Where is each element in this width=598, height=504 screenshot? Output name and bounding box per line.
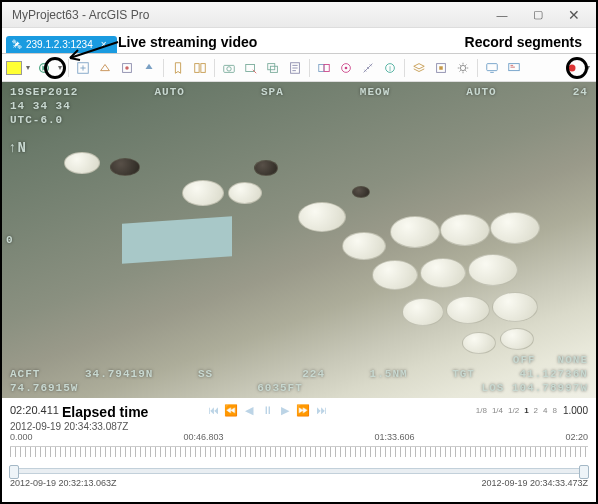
range-slider[interactable] bbox=[10, 468, 588, 474]
speed-value: 1.000 bbox=[563, 405, 588, 416]
close-button[interactable]: ✕ bbox=[556, 3, 592, 27]
play-button[interactable]: ▶ bbox=[278, 403, 292, 417]
skip-end-button[interactable]: ⏭ bbox=[314, 403, 328, 417]
ov-north-ind: 0 bbox=[6, 234, 14, 246]
annot-live: Live streaming video bbox=[118, 34, 257, 50]
display-button[interactable] bbox=[482, 58, 502, 78]
compass-icon: ↑N bbox=[8, 140, 27, 156]
current-utc: 2012-09-19 20:34:33.087Z bbox=[10, 421, 128, 432]
ov-ss: SS bbox=[198, 368, 213, 380]
color-swatch[interactable] bbox=[6, 61, 22, 75]
ov-sensor-lat: 34.79419N bbox=[85, 368, 153, 380]
ov-time: 14 34 34 bbox=[10, 100, 71, 112]
snapshot-button[interactable] bbox=[219, 58, 239, 78]
ov-acft: ACFT bbox=[10, 368, 40, 380]
ov-auto1: AUTO bbox=[154, 86, 184, 98]
properties-button[interactable] bbox=[431, 58, 451, 78]
ov-n24: 24 bbox=[573, 86, 588, 98]
skip-start-button[interactable]: ⏮ bbox=[206, 403, 220, 417]
timeline-ticks: 0.000 00:46.803 01:33.606 02:20 bbox=[10, 432, 588, 442]
playback-controls: ⏮ ⏪ ◀ ⏸ ▶ ⏩ ⏭ bbox=[206, 403, 328, 417]
export-frame-button[interactable] bbox=[241, 58, 261, 78]
svg-rect-20 bbox=[487, 63, 498, 70]
color-dropdown-icon[interactable]: ▾ bbox=[24, 63, 32, 72]
annot-arrow bbox=[62, 38, 122, 66]
annot-circle-record bbox=[566, 57, 588, 79]
ov-sensor-alt: 6035FT bbox=[257, 382, 303, 394]
settings-button[interactable] bbox=[453, 58, 473, 78]
annot-record: Record segments bbox=[465, 34, 582, 50]
ov-az: 224 bbox=[302, 368, 325, 380]
platform-button[interactable] bbox=[139, 58, 159, 78]
layers-button[interactable] bbox=[409, 58, 429, 78]
svg-rect-13 bbox=[324, 64, 329, 71]
svg-rect-12 bbox=[319, 64, 324, 71]
ov-utc: UTC-6.0 bbox=[10, 114, 63, 126]
ov-none: NONE bbox=[558, 354, 588, 366]
identify-button[interactable]: i bbox=[380, 58, 400, 78]
svg-point-7 bbox=[227, 66, 231, 70]
range-end-label: 2012-09-19 20:34:33.473Z bbox=[481, 478, 588, 488]
annot-elapsed: Elapsed time bbox=[62, 404, 148, 420]
overlay-button[interactable] bbox=[504, 58, 524, 78]
step-back-button[interactable]: ⏪ bbox=[224, 403, 238, 417]
ov-off: OFF bbox=[513, 354, 536, 366]
ov-los: LOS 104.78997W bbox=[482, 382, 588, 394]
ov-rng: 1.5NM bbox=[370, 368, 408, 380]
svg-rect-5 bbox=[201, 63, 205, 72]
ov-meow: MEOW bbox=[360, 86, 390, 98]
ov-tgt-lat: 41.12736N bbox=[520, 368, 588, 380]
export-frames-button[interactable] bbox=[263, 58, 283, 78]
follow-button[interactable] bbox=[336, 58, 356, 78]
range-handle-end[interactable] bbox=[579, 465, 589, 479]
minimize-button[interactable]: — bbox=[484, 3, 520, 27]
metadata-button[interactable] bbox=[285, 58, 305, 78]
play-back-button[interactable]: ◀ bbox=[242, 403, 256, 417]
bookmark-manager-button[interactable] bbox=[190, 58, 210, 78]
range-start-label: 2012-09-19 20:32:13.063Z bbox=[10, 478, 117, 488]
svg-rect-4 bbox=[195, 63, 199, 72]
window-title: MyProject63 - ArcGIS Pro bbox=[6, 8, 484, 22]
ov-spa: SPA bbox=[261, 86, 284, 98]
ov-auto2: AUTO bbox=[466, 86, 496, 98]
ov-date: 19SEP2012 bbox=[10, 86, 78, 98]
map-link-button[interactable] bbox=[314, 58, 334, 78]
maximize-button[interactable]: ▢ bbox=[520, 3, 556, 27]
video-viewport[interactable]: 19SEP2012 AUTO SPA MEOW AUTO 24 14 34 34… bbox=[2, 82, 596, 398]
measure-button[interactable] bbox=[358, 58, 378, 78]
speed-scale[interactable]: 1/8 1/4 1/2 1 2 4 8 bbox=[476, 406, 557, 415]
svg-text:i: i bbox=[389, 64, 391, 71]
range-handle-start[interactable] bbox=[9, 465, 19, 479]
timeline[interactable] bbox=[10, 446, 588, 460]
ov-sensor-lon: 74.76915W bbox=[10, 382, 78, 394]
ov-tgt: TGT bbox=[452, 368, 475, 380]
bookmark-button[interactable] bbox=[168, 58, 188, 78]
pause-button[interactable]: ⏸ bbox=[260, 403, 274, 417]
stream-icon: 🛰 bbox=[12, 39, 22, 50]
elapsed-time: 02:20.411 bbox=[10, 404, 59, 416]
step-fwd-button[interactable]: ⏩ bbox=[296, 403, 310, 417]
svg-point-19 bbox=[460, 65, 465, 70]
svg-point-3 bbox=[125, 66, 129, 70]
svg-point-15 bbox=[345, 66, 348, 69]
